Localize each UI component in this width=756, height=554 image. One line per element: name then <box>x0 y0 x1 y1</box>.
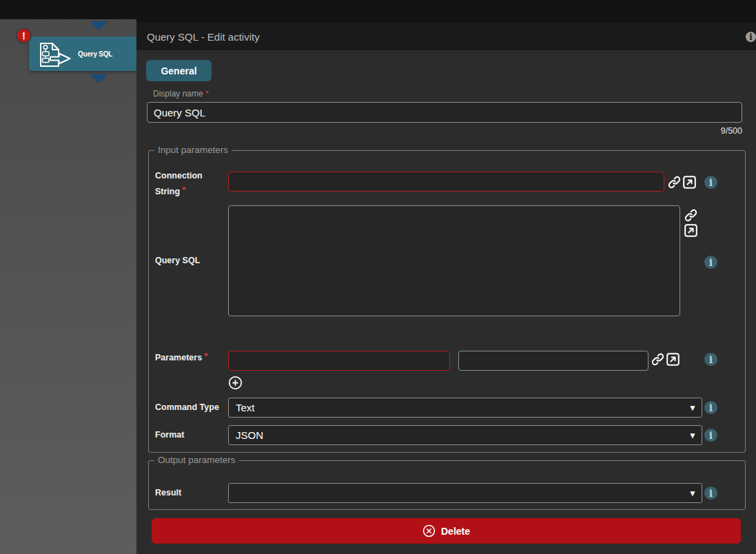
query-sql-info-icon[interactable]: i <box>704 256 717 269</box>
open-external-icon[interactable] <box>666 352 680 367</box>
output-parameters-legend: Output parameters <box>154 455 239 465</box>
open-external-icon[interactable] <box>682 175 697 189</box>
result-select[interactable]: ▼ <box>228 483 702 503</box>
required-marker: * <box>205 351 208 361</box>
command-type-label: Command Type <box>155 402 219 412</box>
open-external-icon[interactable] <box>684 223 698 238</box>
parameters-info-icon[interactable]: i <box>704 353 717 366</box>
add-parameter-icon[interactable] <box>228 376 243 390</box>
display-name-label: Display name * <box>153 89 209 99</box>
display-name-input[interactable] <box>147 102 742 123</box>
flow-arrow-top-icon <box>90 21 108 30</box>
tab-general[interactable]: General <box>146 60 212 81</box>
edit-activity-panel: Query SQL - Edit activity i General Disp… <box>136 23 756 554</box>
command-type-select[interactable]: Text ▼ <box>228 398 702 418</box>
link-icon[interactable] <box>651 352 665 367</box>
result-info-icon[interactable]: i <box>704 486 717 500</box>
connection-string-info-icon[interactable]: i <box>704 176 717 189</box>
link-icon[interactable] <box>684 208 698 223</box>
required-marker: * <box>183 185 186 195</box>
panel-title: Query SQL - Edit activity <box>147 31 260 43</box>
query-sql-label: Query SQL <box>155 256 200 265</box>
connection-string-label: Connection String * <box>155 168 203 200</box>
format-label: Format <box>155 430 184 440</box>
connection-string-input[interactable] <box>228 172 664 192</box>
parameters-input[interactable] <box>228 351 450 371</box>
result-label: Result <box>155 488 181 497</box>
flow-arrow-bottom-icon <box>90 74 108 83</box>
link-icon[interactable] <box>667 175 682 189</box>
input-parameters-legend: Input parameters <box>154 145 232 155</box>
header-info-icon[interactable]: i <box>746 32 756 42</box>
char-counter: 9/500 <box>721 126 742 136</box>
parameters-value-input[interactable] <box>458 351 648 371</box>
output-parameters-section: Output parameters Result ▼ i <box>148 460 746 510</box>
panel-header: Query SQL - Edit activity <box>136 23 756 50</box>
command-type-info-icon[interactable]: i <box>704 401 717 414</box>
delete-circle-x-icon <box>422 524 436 537</box>
error-badge: ! <box>16 28 32 43</box>
workflow-canvas[interactable]: Query SQL ! <box>0 19 136 554</box>
chevron-down-icon: ▼ <box>688 403 697 413</box>
chevron-down-icon: ▼ <box>688 431 697 440</box>
format-info-icon[interactable]: i <box>704 429 717 442</box>
delete-button[interactable]: Delete <box>152 518 741 544</box>
workflow-node-query-sql[interactable]: Query SQL <box>29 37 141 71</box>
node-label: Query SQL <box>78 50 112 58</box>
chevron-down-icon: ▼ <box>688 489 697 498</box>
input-parameters-section: Input parameters Connection String * i Q… <box>148 150 746 453</box>
sql-document-icon <box>39 42 83 70</box>
required-marker: * <box>205 89 209 99</box>
format-select[interactable]: JSON ▼ <box>228 425 702 445</box>
parameters-label: Parameters * <box>155 353 207 362</box>
query-sql-textarea[interactable] <box>228 205 680 316</box>
